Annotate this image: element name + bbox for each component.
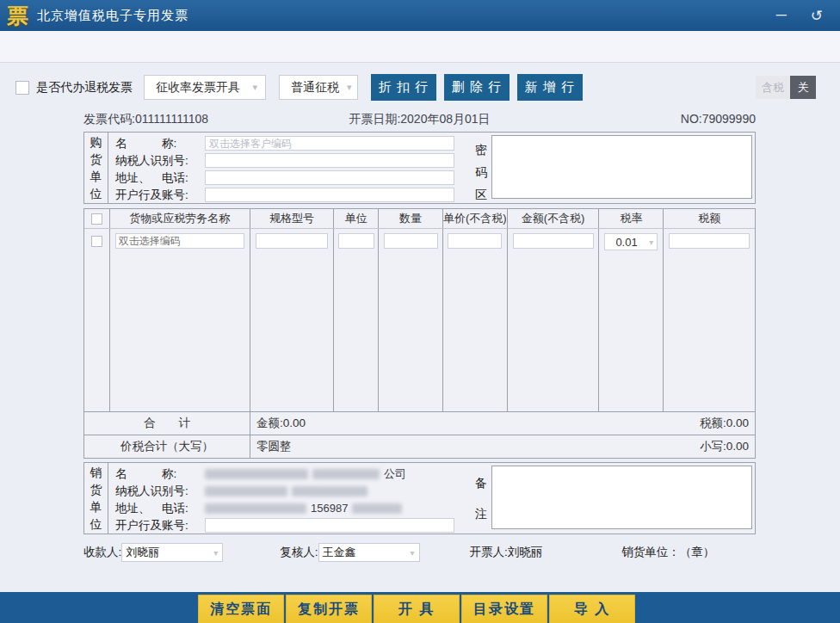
item-unit-input[interactable] bbox=[338, 233, 374, 249]
delete-row-button[interactable]: 删 除 行 bbox=[444, 74, 510, 101]
redacted-text bbox=[352, 503, 402, 514]
invoice-date-value: 2020年08月01日 bbox=[400, 112, 490, 126]
buyer-bank-label: 开户行及账号: bbox=[115, 188, 205, 203]
col-header-price: 单价(不含税) bbox=[443, 209, 508, 228]
reviewer-value: 王金鑫 bbox=[323, 545, 356, 560]
refund-checkbox[interactable] bbox=[15, 81, 29, 95]
buyer-address-input[interactable] bbox=[205, 170, 454, 185]
row-select-cell bbox=[84, 229, 110, 411]
minimize-icon[interactable]: ─ bbox=[776, 7, 787, 24]
item-spec-input[interactable] bbox=[256, 233, 328, 249]
buyer-form: 名 称: 纳税人识别号: 地址、 电话: 开户行及账号: bbox=[108, 133, 462, 203]
reviewer-label: 复核人: bbox=[280, 545, 318, 560]
drawer-value: 刘晓丽 bbox=[508, 546, 543, 558]
tax-mode-dropdown[interactable]: 普通征税 ▾ bbox=[279, 75, 358, 100]
discount-row-button[interactable]: 折 扣 行 bbox=[371, 74, 436, 101]
grand-total-small-value: 0.00 bbox=[726, 440, 749, 453]
add-row-button[interactable]: 新 增 行 bbox=[517, 74, 583, 101]
items-table-body: 0.01 ▾ bbox=[84, 228, 755, 411]
seller-bank-input[interactable] bbox=[205, 518, 454, 533]
redacted-text bbox=[205, 503, 306, 514]
totals-row: 合 计 金额:0.00 税额:0.00 bbox=[84, 411, 755, 435]
chevron-down-icon: ▾ bbox=[411, 548, 415, 558]
tax-rate-value: 0.01 bbox=[615, 236, 637, 249]
redacted-text bbox=[205, 486, 287, 497]
invoice-number: NO:79099990 bbox=[532, 112, 756, 127]
col-header-spec: 规格型号 bbox=[250, 209, 335, 228]
import-button[interactable]: 导 入 bbox=[549, 595, 635, 623]
payee-dropdown[interactable]: 刘晓丽 ▾ bbox=[121, 543, 223, 562]
seller-seal: 销货单位：（章） bbox=[621, 545, 714, 560]
invoice-code: 发票代码:011111111108 bbox=[83, 112, 307, 127]
buyer-taxid-input[interactable] bbox=[205, 153, 454, 168]
grand-total-small: 小写:0.00 bbox=[700, 439, 749, 454]
payee-label: 收款人: bbox=[83, 545, 121, 560]
tax-mode-value: 普通征税 bbox=[280, 80, 339, 96]
clear-invoice-button[interactable]: 清空票面 bbox=[198, 595, 284, 623]
levy-rate-value: 征收率发票开具 bbox=[145, 80, 240, 96]
issue-button[interactable]: 开 具 bbox=[374, 595, 460, 623]
buyer-name-label: 名 称: bbox=[115, 136, 205, 151]
grand-total-row: 价税合计（大写） 零圆整 小写:0.00 bbox=[84, 435, 755, 458]
chevron-down-icon: ▾ bbox=[244, 82, 265, 93]
item-price-input[interactable] bbox=[448, 233, 502, 249]
invoice-date-label: 开票日期: bbox=[349, 112, 400, 126]
seller-seal-label: 销货单位： bbox=[621, 546, 680, 558]
totals-amount-label: 金额: bbox=[256, 416, 283, 429]
item-tax-input[interactable] bbox=[669, 233, 750, 249]
refund-checkbox-label: 是否代办退税发票 bbox=[36, 80, 133, 96]
col-header-qty: 数量 bbox=[379, 209, 443, 228]
totals-tax: 税额:0.00 bbox=[700, 416, 749, 431]
item-spec-cell bbox=[250, 229, 335, 411]
restore-icon[interactable]: ↺ bbox=[811, 7, 823, 25]
select-all-cell bbox=[84, 209, 110, 228]
item-amount-cell bbox=[508, 229, 600, 411]
item-tax-cell bbox=[664, 229, 755, 411]
row-checkbox[interactable] bbox=[91, 236, 102, 247]
invoice-code-label: 发票代码: bbox=[83, 112, 135, 126]
seller-seal-value: （章） bbox=[680, 546, 715, 558]
item-name-input[interactable] bbox=[115, 233, 244, 249]
item-qty-input[interactable] bbox=[384, 233, 438, 249]
remark-area-box[interactable] bbox=[491, 466, 752, 529]
tax-included-state[interactable]: 关 bbox=[790, 76, 816, 99]
chevron-down-icon: ▾ bbox=[649, 237, 653, 247]
levy-rate-dropdown[interactable]: 征收率发票开具 ▾ bbox=[144, 75, 266, 100]
items-table-header: 货物或应税劳务名称 规格型号 单位 数量 单价(不含税) 金额(不含税) 税率 … bbox=[84, 209, 755, 228]
buyer-taxid-label: 纳税人识别号: bbox=[115, 153, 205, 169]
seller-side-label: 销货单位 bbox=[84, 463, 108, 534]
select-all-checkbox[interactable] bbox=[91, 213, 102, 225]
tax-rate-dropdown[interactable]: 0.01 ▾ bbox=[604, 233, 658, 250]
col-header-rate: 税率 bbox=[599, 209, 664, 228]
grand-total-small-label: 小写: bbox=[700, 440, 726, 453]
grand-total-label: 价税合计（大写） bbox=[84, 435, 250, 458]
copy-invoice-button[interactable]: 复制开票 bbox=[286, 595, 372, 623]
totals-label: 合 计 bbox=[84, 412, 250, 435]
reviewer-dropdown[interactable]: 王金鑫 ▾ bbox=[318, 543, 420, 562]
seller-phone-visible: 156987 bbox=[311, 502, 348, 515]
password-area-label: 密码区 bbox=[474, 135, 488, 203]
totals-amount-value: 0.00 bbox=[283, 416, 306, 429]
buyer-name-input[interactable] bbox=[205, 136, 454, 151]
item-amount-input[interactable] bbox=[513, 233, 594, 249]
app-icon: 票 bbox=[7, 5, 28, 27]
seller-taxid-value bbox=[205, 486, 454, 497]
password-area-box bbox=[491, 135, 752, 199]
toolbar: 是否代办退税发票 征收率发票开具 ▾ 普通征税 ▾ 折 扣 行 删 除 行 新 … bbox=[15, 74, 840, 101]
item-qty-cell bbox=[379, 229, 443, 411]
item-unit-cell bbox=[334, 229, 379, 411]
remark-area: 备注 bbox=[474, 463, 752, 534]
buyer-bank-input[interactable] bbox=[205, 188, 454, 202]
persons-row: 收款人: 刘晓丽 ▾ 复核人: 王金鑫 ▾ 开票人:刘晓丽 销货单位：（章） bbox=[83, 543, 756, 562]
catalog-settings-button[interactable]: 目录设置 bbox=[461, 595, 547, 623]
item-rate-cell: 0.01 ▾ bbox=[599, 229, 664, 411]
buyer-side-label: 购货单位 bbox=[84, 133, 108, 203]
redacted-text bbox=[205, 469, 308, 479]
bottom-action-bar: 清空票面 复制开票 开 具 目录设置 导 入 bbox=[0, 592, 840, 623]
item-price-cell bbox=[443, 229, 508, 411]
seller-taxid-label: 纳税人识别号: bbox=[115, 484, 205, 499]
invoice-code-value: 011111111108 bbox=[135, 112, 208, 126]
items-table: 货物或应税劳务名称 规格型号 单位 数量 单价(不含税) 金额(不含税) 税率 … bbox=[83, 208, 756, 459]
buyer-address-label: 地址、 电话: bbox=[115, 170, 205, 186]
tax-included-toggle[interactable]: 含税 关 bbox=[756, 76, 816, 99]
